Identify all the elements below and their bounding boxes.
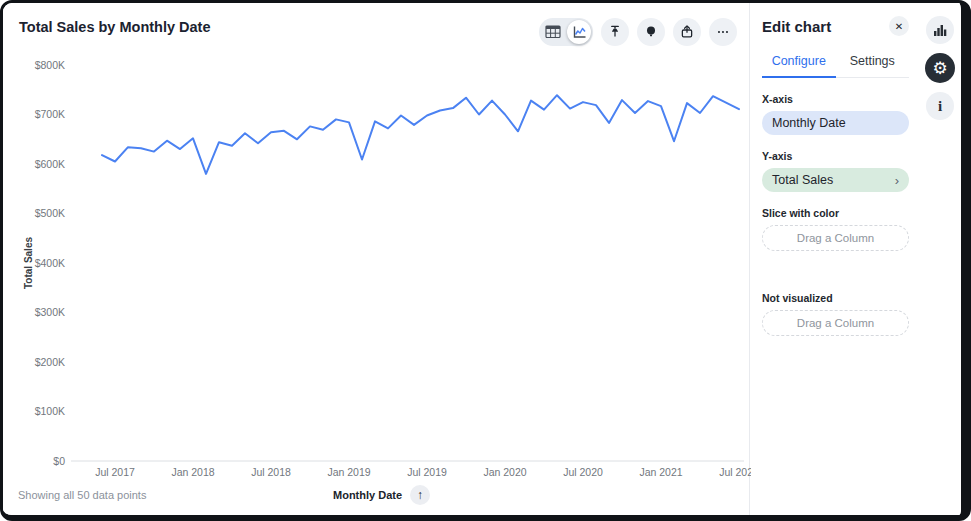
info-icon: i: [938, 98, 942, 115]
slice-section-label: Slice with color: [762, 207, 909, 219]
tab-configure[interactable]: Configure: [762, 47, 836, 78]
side-icon-rail: ⚙ i: [919, 3, 961, 515]
svg-text:Jul 2020: Jul 2020: [563, 466, 603, 478]
app-window: $0$100K$200K$300K$400K$500K$600K$700K$80…: [0, 0, 971, 521]
settings-rail-button[interactable]: ⚙: [925, 53, 955, 83]
close-icon: ✕: [895, 21, 903, 32]
y-axis-section-label: Y-axis: [762, 150, 909, 162]
svg-text:$200K: $200K: [35, 356, 65, 368]
svg-text:$700K: $700K: [35, 108, 65, 120]
info-rail-button[interactable]: i: [926, 92, 954, 120]
x-axis-footer-label: Monthly Date: [333, 489, 402, 501]
svg-text:Jul 2019: Jul 2019: [407, 466, 447, 478]
view-toggle: [539, 18, 593, 46]
chart-view-button[interactable]: [567, 20, 591, 44]
more-button[interactable]: [709, 18, 737, 46]
svg-text:Jul 2018: Jul 2018: [251, 466, 291, 478]
svg-text:$300K: $300K: [35, 306, 65, 318]
close-panel-button[interactable]: ✕: [889, 16, 909, 36]
explain-button[interactable]: [637, 18, 665, 46]
tab-settings[interactable]: Settings: [836, 47, 910, 78]
arrow-up-icon: ↑: [417, 488, 423, 502]
svg-text:Jan 2021: Jan 2021: [639, 466, 682, 478]
panel-title: Edit chart: [762, 18, 831, 35]
svg-text:$100K: $100K: [35, 405, 65, 417]
svg-text:Jan 2019: Jan 2019: [327, 466, 370, 478]
x-axis-column-name: Monthly Date: [772, 116, 846, 130]
chart-title: Total Sales by Monthly Date: [19, 19, 211, 35]
data-points-note: Showing all 50 data points: [18, 489, 146, 501]
svg-text:Total Sales: Total Sales: [23, 237, 34, 289]
chart-area: $0$100K$200K$300K$400K$500K$600K$700K$80…: [3, 3, 749, 515]
not-visualized-dropzone[interactable]: Drag a Column: [762, 310, 909, 336]
ellipsis-icon: [715, 24, 731, 40]
svg-text:$500K: $500K: [35, 207, 65, 219]
line-chart-icon: [572, 25, 587, 39]
y-axis-column-name: Total Sales: [772, 173, 833, 187]
gear-icon: ⚙: [932, 58, 947, 79]
svg-text:Jan 2020: Jan 2020: [483, 466, 526, 478]
svg-text:Jul 2017: Jul 2017: [95, 466, 135, 478]
y-axis-column-pill[interactable]: Total Sales ›: [762, 168, 909, 192]
line-chart: $0$100K$200K$300K$400K$500K$600K$700K$80…: [3, 3, 751, 481]
pin-button[interactable]: [601, 18, 629, 46]
svg-text:$400K: $400K: [35, 257, 65, 269]
x-axis-column-pill[interactable]: Monthly Date: [762, 111, 909, 135]
spacer: [762, 257, 909, 277]
chart-type-rail-button[interactable]: [926, 16, 954, 44]
svg-text:$0: $0: [53, 455, 65, 467]
pin-icon: [607, 24, 623, 40]
svg-text:$800K: $800K: [35, 59, 65, 71]
panel-tabs: Configure Settings: [762, 47, 909, 78]
chart-toolbar: [539, 18, 737, 46]
x-axis-footer: Monthly Date ↑: [333, 485, 430, 505]
x-axis-section-label: X-axis: [762, 93, 909, 105]
chevron-right-icon: ›: [895, 173, 899, 188]
panel-header: Edit chart ✕: [762, 16, 909, 36]
share-icon: [679, 24, 695, 40]
bar-chart-icon: [933, 24, 947, 37]
svg-text:Jan 2018: Jan 2018: [171, 466, 214, 478]
table-view-button[interactable]: [541, 20, 565, 44]
svg-text:$600K: $600K: [35, 158, 65, 170]
table-icon: [545, 25, 561, 39]
share-button[interactable]: [673, 18, 701, 46]
lightbulb-icon: [643, 24, 659, 40]
edit-chart-panel: Edit chart ✕ Configure Settings X-axis M…: [749, 3, 919, 515]
slice-dropzone[interactable]: Drag a Column: [762, 225, 909, 251]
svg-text:Jul 2021: Jul 2021: [719, 466, 751, 478]
not-visualized-section-label: Not visualized: [762, 292, 909, 304]
sort-ascending-button[interactable]: ↑: [410, 485, 430, 505]
